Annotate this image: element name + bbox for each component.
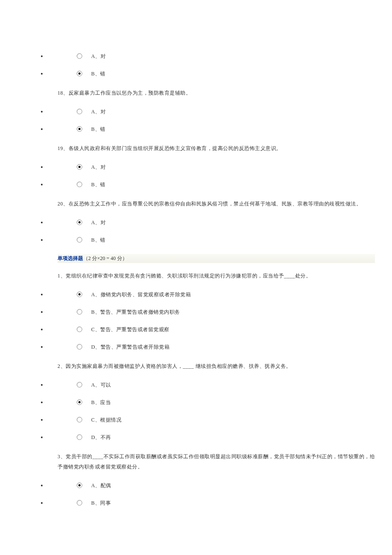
- radio-icon[interactable]: [77, 109, 82, 114]
- radio-icon[interactable]: [77, 327, 82, 332]
- mc-question-block: 1、党组织在纪律审查中发现党员有贪污贿赂、失职渎职等刑法规定的行为涉嫌犯罪的，应…: [0, 271, 392, 351]
- option-label: A、对: [91, 53, 106, 59]
- option-label: A、配偶: [91, 483, 111, 489]
- radio-icon[interactable]: [77, 182, 82, 187]
- radio-icon[interactable]: [77, 434, 82, 440]
- mc-question-block: 3、党员干部的____不实际工作而获取薪酬或者虽实际工作但领取明显超出同职级标准…: [0, 451, 392, 507]
- list-item: A、对: [47, 53, 392, 60]
- list-item: B、应当: [47, 399, 392, 406]
- option-label: A、对: [91, 220, 106, 225]
- radio-icon[interactable]: [77, 292, 82, 297]
- question-text: 19、各级人民政府和有关部门应当组织开展反恐怖主义宣传教育，提高公民的反恐怖主义…: [58, 143, 392, 153]
- option-list: A、撤销党内职务、留党观察或者开除党籍 B、警告、严重警告或者撤销党内职务 C、…: [0, 291, 392, 351]
- option-list: A、对 B、错: [0, 53, 392, 78]
- option-list: A、对 B、错: [0, 108, 392, 133]
- list-item: A、对: [47, 164, 392, 171]
- list-item: A、配偶: [47, 482, 392, 489]
- option-label: B、应当: [91, 399, 111, 405]
- list-item: A、对: [47, 108, 392, 116]
- option-label: A、对: [91, 164, 106, 170]
- option-label: B、错: [91, 182, 106, 188]
- list-item: A、对: [47, 219, 392, 226]
- list-item: B、错: [47, 126, 392, 133]
- question-text: 3、党员干部的____不实际工作而获取薪酬或者虽实际工作但领取明显超出同职级标准…: [58, 451, 392, 472]
- list-item: C、根据情况: [47, 416, 392, 424]
- option-list: A、配偶 B、同事: [0, 482, 392, 507]
- radio-icon[interactable]: [77, 500, 82, 506]
- radio-icon[interactable]: [77, 164, 82, 170]
- list-item: B、错: [47, 237, 392, 244]
- tf-question-block: 20、在反恐怖主义工作中，应当尊重公民的宗教信仰自由和民族风俗习惯，禁止任何基于…: [0, 199, 392, 244]
- tf-question-block: 19、各级人民政府和有关部门应当组织开展反恐怖主义宣传教育，提高公民的反恐怖主义…: [0, 143, 392, 188]
- mc-question-block: 2、因为实施家庭暴力而被撤销监护人资格的加害人，____ 继续担负相应的赡养、扶…: [0, 361, 392, 441]
- radio-icon[interactable]: [77, 399, 82, 405]
- option-label: B、错: [91, 237, 106, 243]
- radio-icon[interactable]: [77, 417, 82, 422]
- section-scoring: （2 分×20 = 40 分）: [83, 255, 127, 261]
- option-label: D、不再: [91, 434, 111, 440]
- section-title: 单项选择题: [58, 255, 83, 261]
- radio-icon[interactable]: [77, 53, 82, 59]
- radio-icon[interactable]: [77, 71, 82, 76]
- list-item: A、撤销党内职务、留党观察或者开除党籍: [47, 291, 392, 298]
- option-label: C、根据情况: [91, 417, 121, 423]
- list-item: C、警告、严重警告或者留党观察: [47, 326, 392, 333]
- radio-icon[interactable]: [77, 220, 82, 225]
- tf-question-block: 18、反家庭暴力工作应当以惩办为主，预防教育是辅助。 A、对 B、错: [0, 88, 392, 133]
- option-label: B、错: [91, 126, 106, 132]
- radio-icon[interactable]: [77, 237, 82, 243]
- list-item: B、错: [47, 181, 392, 188]
- list-item: B、同事: [47, 500, 392, 507]
- radio-icon[interactable]: [77, 344, 82, 350]
- option-label: B、警告、严重警告或者撤销党内职务: [91, 309, 180, 315]
- option-list: A、可以 B、应当 C、根据情况 D、不再: [0, 382, 392, 441]
- option-label: B、同事: [91, 500, 111, 506]
- radio-icon[interactable]: [77, 382, 82, 387]
- option-label: A、可以: [91, 382, 111, 388]
- option-label: C、警告、严重警告或者留党观察: [91, 327, 170, 332]
- option-label: B、错: [91, 71, 106, 77]
- radio-icon[interactable]: [77, 126, 82, 132]
- radio-icon[interactable]: [77, 483, 82, 488]
- list-item: B、警告、严重警告或者撤销党内职务: [47, 309, 392, 316]
- question-text: 1、党组织在纪律审查中发现党员有贪污贿赂、失职渎职等刑法规定的行为涉嫌犯罪的，应…: [58, 271, 392, 281]
- section-header: 单项选择题（2 分×20 = 40 分）: [58, 254, 375, 263]
- question-text: 20、在反恐怖主义工作中，应当尊重公民的宗教信仰自由和民族风俗习惯，禁止任何基于…: [58, 199, 392, 209]
- option-list: A、对 B、错: [0, 219, 392, 244]
- list-item: B、错: [47, 70, 392, 78]
- option-label: D、警告、严重警告或者开除党籍: [91, 344, 170, 350]
- option-label: A、撤销党内职务、留党观察或者开除党籍: [91, 292, 191, 298]
- question-text: 2、因为实施家庭暴力而被撤销监护人资格的加害人，____ 继续担负相应的赡养、扶…: [58, 361, 392, 371]
- radio-icon[interactable]: [77, 309, 82, 315]
- option-label: A、对: [91, 109, 106, 115]
- option-list: A、对 B、错: [0, 164, 392, 188]
- list-item: D、警告、严重警告或者开除党籍: [47, 344, 392, 351]
- list-item: D、不再: [47, 434, 392, 441]
- tf-question-block: A、对 B、错: [0, 53, 392, 78]
- list-item: A、可以: [47, 382, 392, 389]
- question-text: 18、反家庭暴力工作应当以惩办为主，预防教育是辅助。: [58, 88, 392, 98]
